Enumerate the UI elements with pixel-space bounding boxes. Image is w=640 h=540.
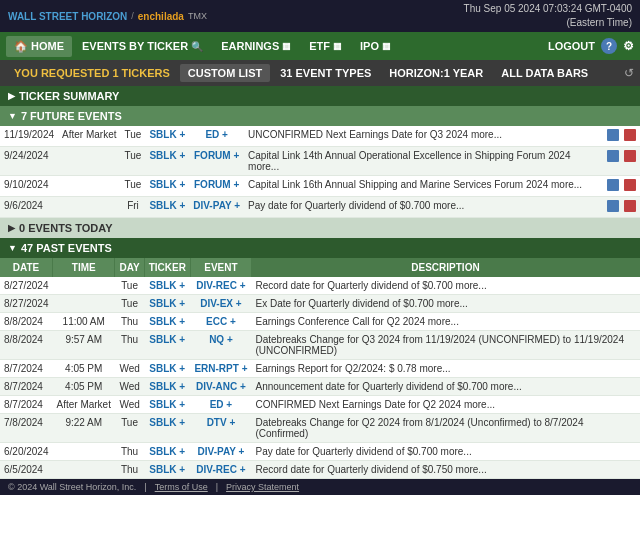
cell-event[interactable]: DIV-ANC + [190,378,251,396]
col-date: DATE [0,258,53,277]
cell-event[interactable]: NQ + [190,331,251,360]
cell-time: 11:00 AM [53,313,115,331]
filter-refresh-icon[interactable]: ↺ [624,66,634,80]
help-icon[interactable]: ? [601,38,617,54]
footer-privacy[interactable]: Privacy Statement [226,482,299,492]
cell-desc: CONFIRMED Next Earnings Date for Q2 2024… [251,396,639,414]
past-event-row: 8/8/2024 9:57 AM Thu SBLK + NQ + Datebre… [0,331,640,360]
delete-icon[interactable] [624,150,636,162]
cell-event[interactable]: DIV-REC + [190,461,251,479]
cell-ticker[interactable]: SBLK + [145,197,189,218]
cell-ticker[interactable]: SBLK + [145,176,189,197]
cell-desc: Earnings Report for Q2/2024: $ 0.78 more… [251,360,639,378]
cell-date: 8/8/2024 [0,331,53,360]
cell-actions [603,176,640,197]
cell-ticker[interactable]: SBLK + [145,126,189,147]
cell-day: Thu [115,331,144,360]
cell-ticker[interactable]: SBLK + [144,414,190,443]
past-event-row: 8/8/2024 11:00 AM Thu SBLK + ECC + Earni… [0,313,640,331]
cell-day: Tue [115,414,144,443]
past-events-table: DATE TIME DAY TICKER EVENT DESCRIPTION 8… [0,258,640,479]
calendar-icon[interactable] [607,129,619,141]
cell-time [58,176,120,197]
past-event-row: 6/5/2024 Thu SBLK + DIV-REC + Record dat… [0,461,640,479]
cell-time [53,443,115,461]
footer-terms[interactable]: Terms of Use [155,482,208,492]
cell-ticker[interactable]: SBLK + [144,360,190,378]
cell-day: Tue [121,126,146,147]
nav-events-by-ticker[interactable]: EVENTS BY TICKER 🔍 [74,36,211,56]
calendar-icon[interactable] [607,150,619,162]
cell-date: 8/7/2024 [0,378,53,396]
cell-time [53,277,115,295]
cell-time: 9:57 AM [53,331,115,360]
past-events-arrow: ▼ [8,243,17,253]
cell-event[interactable]: DIV-REC + [190,277,251,295]
cell-event[interactable]: ECC + [190,313,251,331]
past-events-scroll[interactable]: DATE TIME DAY TICKER EVENT DESCRIPTION 8… [0,258,640,479]
cell-desc: Capital Link 16th Annual Shipping and Ma… [244,176,603,197]
cell-desc: Datebreaks Change for Q2 2024 from 8/1/2… [251,414,639,443]
settings-icon[interactable]: ⚙ [623,39,634,53]
cell-event[interactable]: DIV-EX + [190,295,251,313]
nav-earnings[interactable]: EARNINGS ▦ [213,36,299,56]
logout-button[interactable]: LOGOUT [548,40,595,52]
logo: WALL STREET HORIZON / enchilada TMX [8,11,207,22]
cell-time: After Market [53,396,115,414]
cell-ticker[interactable]: SBLK + [144,378,190,396]
cell-event[interactable]: ED + [189,126,244,147]
cell-date: 8/27/2024 [0,295,53,313]
cell-date: 7/8/2024 [0,414,53,443]
cell-date: 6/20/2024 [0,443,53,461]
ticker-summary-header[interactable]: ▶ TICKER SUMMARY [0,86,640,106]
past-events-header[interactable]: ▼ 47 PAST EVENTS [0,238,640,258]
cell-desc: Record date for Quarterly dividend of $0… [251,277,639,295]
cell-event[interactable]: ED + [190,396,251,414]
filter-event-types[interactable]: 31 EVENT TYPES [272,64,379,82]
ipo-grid-icon: ▦ [382,41,391,51]
cell-event[interactable]: ERN-RPT + [190,360,251,378]
cell-ticker[interactable]: SBLK + [144,443,190,461]
cell-desc: Record date for Quarterly dividend of $0… [251,461,639,479]
cell-ticker[interactable]: SBLK + [145,147,189,176]
grid-icon: ▦ [282,41,291,51]
footer-separator2: | [216,482,218,492]
cell-event[interactable]: DIV-PAY + [189,197,244,218]
footer: © 2024 Wall Street Horizon, Inc. | Terms… [0,479,640,495]
cell-event[interactable]: FORUM + [189,147,244,176]
cell-date: 9/6/2024 [0,197,58,218]
cell-actions [603,126,640,147]
nav-etf[interactable]: ETF ▦ [301,36,350,56]
calendar-icon[interactable] [607,200,619,212]
future-event-row: 9/10/2024 Tue SBLK + FORUM + Capital Lin… [0,176,640,197]
filter-tickers[interactable]: YOU REQUESTED 1 TICKERS [6,64,178,82]
cell-ticker[interactable]: SBLK + [144,396,190,414]
nav-ipo[interactable]: IPO ▦ [352,36,399,56]
filter-custom-list[interactable]: CUSTOM LIST [180,64,270,82]
col-time: TIME [53,258,115,277]
filter-data-bars[interactable]: ALL DATA BARS [493,64,596,82]
col-day: DAY [115,258,144,277]
cell-ticker[interactable]: SBLK + [144,331,190,360]
cell-event[interactable]: DIV-PAY + [190,443,251,461]
delete-icon[interactable] [624,200,636,212]
cell-ticker[interactable]: SBLK + [144,461,190,479]
cell-desc: Ex Date for Quarterly dividend of $0.700… [251,295,639,313]
events-today-header[interactable]: ▶ 0 EVENTS TODAY [0,218,640,238]
cell-event[interactable]: DTV + [190,414,251,443]
cell-ticker[interactable]: SBLK + [144,295,190,313]
cell-ticker[interactable]: SBLK + [144,313,190,331]
cell-desc: Pay date for Quarterly dividend of $0.70… [244,197,603,218]
filter-horizon[interactable]: HORIZON:1 YEAR [381,64,491,82]
cell-time [53,295,115,313]
nav-home[interactable]: 🏠 HOME [6,36,72,57]
delete-icon[interactable] [624,179,636,191]
cell-date: 8/8/2024 [0,313,53,331]
calendar-icon[interactable] [607,179,619,191]
future-events-header[interactable]: ▼ 7 FUTURE EVENTS [0,106,640,126]
past-event-row: 8/7/2024 After Market Wed SBLK + ED + CO… [0,396,640,414]
cell-ticker[interactable]: SBLK + [144,277,190,295]
cell-day: Tue [121,147,146,176]
delete-icon[interactable] [624,129,636,141]
cell-event[interactable]: FORUM + [189,176,244,197]
